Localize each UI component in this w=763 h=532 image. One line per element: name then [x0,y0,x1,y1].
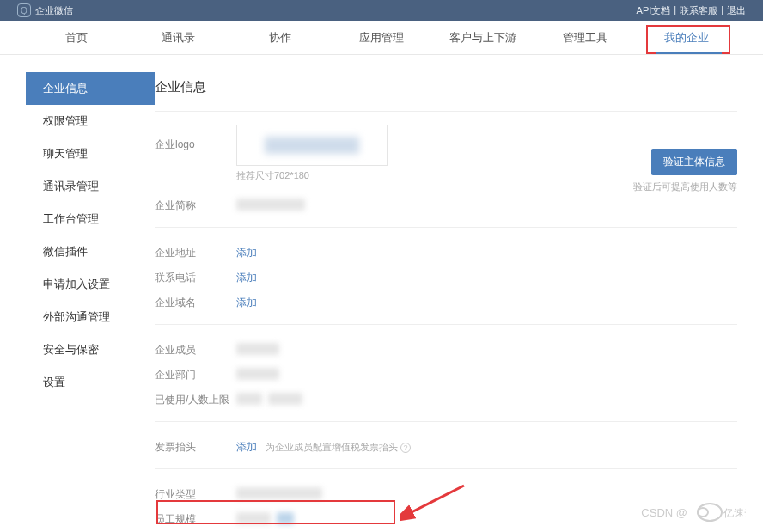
page-title: 企业信息 [155,72,737,111]
sidebar-item-workbench[interactable]: 工作台管理 [26,203,155,235]
label-phone: 联系电话 [155,271,236,285]
navbar: 首页 通讯录 协作 应用管理 客户与上下游 管理工具 我的企业 [0,21,763,55]
brand-text: 企业微信 [35,4,73,17]
sidebar-item-security[interactable]: 安全与保密 [26,333,155,366]
sidebar-item-contacts[interactable]: 通讯录管理 [26,170,155,203]
nav-tools[interactable]: 管理工具 [534,21,635,54]
sidebar: 企业信息 权限管理 聊天管理 通讯录管理 工作台管理 微信插件 申请加入设置 外… [0,72,155,532]
label-used: 已使用/人数上限 [155,393,236,407]
add-invoice[interactable]: 添加 [236,441,257,453]
logo-tip: 推荐尺寸702*180 [236,169,633,182]
cs-link[interactable]: 联系客服 [680,4,717,17]
api-link[interactable]: API文档 [637,4,671,17]
add-address[interactable]: 添加 [236,247,257,259]
verify-tip: 验证后可提高使用人数等 [633,180,737,193]
label-invoice: 发票抬头 [155,440,236,455]
verify-button[interactable]: 验证主体信息 [651,149,737,175]
nav-mycorp[interactable]: 我的企业 [636,21,737,54]
logo-upload[interactable] [236,125,388,166]
nav-underline [656,52,722,54]
nav-customers[interactable]: 客户与上下游 [432,21,534,54]
add-phone[interactable]: 添加 [236,272,257,284]
watermark-logo: 亿速云 [694,501,746,523]
logout-link[interactable]: 退出 [727,4,746,17]
label-industry: 行业类型 [155,487,236,502]
sep: | [674,4,676,17]
nav-apps[interactable]: 应用管理 [331,21,432,54]
svg-text:亿速云: 亿速云 [723,507,746,519]
sidebar-item-perm[interactable]: 权限管理 [26,105,155,138]
sidebar-item-settings[interactable]: 设置 [26,366,155,399]
label-depts: 企业部门 [155,368,236,382]
top-links: API文档 | 联系客服 | 退出 [637,4,746,17]
label-members: 企业成员 [155,343,236,358]
svg-point-1 [698,504,722,521]
label-shortname: 企业简称 [155,199,236,213]
label-size: 员工规模 [155,512,236,527]
content: 企业信息 企业logo 推荐尺寸702*180 验证主体信息 验证后可提高使用人… [155,72,763,532]
nav-home[interactable]: 首页 [26,21,127,54]
brand-icon: Q [17,3,31,17]
label-domain: 企业域名 [155,296,236,310]
nav-collab[interactable]: 协作 [229,21,331,54]
sep: | [721,4,723,17]
svg-point-2 [698,508,708,517]
info-icon[interactable]: ? [400,443,411,453]
label-address: 企业地址 [155,246,236,260]
label-logo: 企业logo [155,125,236,152]
invoice-tip: 为企业成员配置增值税发票抬头 [266,442,398,452]
sidebar-item-corpinfo[interactable]: 企业信息 [26,72,155,105]
nav-contacts[interactable]: 通讯录 [127,21,229,54]
sidebar-item-wxplugin[interactable]: 微信插件 [26,235,155,268]
sidebar-item-join[interactable]: 申请加入设置 [26,268,155,301]
watermark: CSDN @ 亿速云 [641,501,746,523]
sidebar-item-external[interactable]: 外部沟通管理 [26,301,155,333]
sidebar-item-chat[interactable]: 聊天管理 [26,138,155,170]
brand: Q 企业微信 [17,3,73,17]
add-domain[interactable]: 添加 [236,297,257,309]
